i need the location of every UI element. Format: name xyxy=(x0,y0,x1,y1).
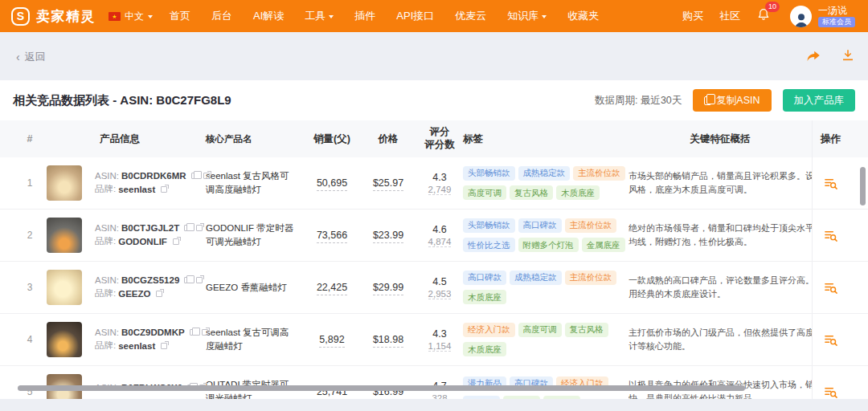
asin-value[interactable]: B0CDRDK6MR xyxy=(121,171,186,181)
notifications-button[interactable]: 10 xyxy=(756,7,771,25)
external-link-icon[interactable] xyxy=(161,343,167,349)
rating-count[interactable]: 2,953 xyxy=(428,289,452,299)
summary-line: 快，是典型的高性价比潜力新品。 xyxy=(628,392,812,399)
header-rating[interactable]: 评分 评分数 xyxy=(416,126,463,151)
sales-value[interactable]: 73,566 xyxy=(317,230,347,243)
price-value[interactable]: $23.99 xyxy=(373,230,403,243)
tag-list: 头部畅销款成熟稳定款主流价位款高度可调复古风格木质底座 xyxy=(463,166,628,200)
asin-line: ASIN:B0CDRDK6MR xyxy=(95,171,206,181)
detail-icon[interactable] xyxy=(824,385,837,399)
nav-item-api[interactable]: API接口 xyxy=(386,0,444,32)
sales-cell: 5,892 xyxy=(304,334,360,345)
top-navbar: S 卖家精灵 ★ 中文 首页 后台 AI解读 工具 插件 API接口 优麦云 知… xyxy=(0,0,868,32)
rating-value: 4.5 xyxy=(416,276,463,287)
detail-icon[interactable] xyxy=(824,177,837,190)
product-image[interactable] xyxy=(47,165,82,201)
external-link-icon[interactable] xyxy=(196,225,203,231)
header-index: # xyxy=(13,133,47,144)
asin-value[interactable]: B0CGZS5129 xyxy=(121,275,179,285)
user-menu[interactable]: 一汤说 标准会员 xyxy=(790,6,855,27)
asin-value[interactable]: B0CTJGJL2T xyxy=(121,223,179,233)
competitor-data-panel: 相关竞品数据列表 - ASIN: B0C27FG8L9 数据周期: 最近30天 … xyxy=(0,80,868,399)
back-button[interactable]: ‹ 返回 xyxy=(16,50,46,64)
copy-icon[interactable] xyxy=(191,173,198,179)
brand-value[interactable]: GEEZO xyxy=(118,289,150,299)
copy-icon[interactable] xyxy=(184,225,190,231)
detail-icon[interactable] xyxy=(824,333,837,347)
rating-count[interactable]: 328 xyxy=(432,393,447,400)
brand-value[interactable]: GODONLIF xyxy=(118,237,167,246)
table-row: 1 ASIN:B0CDRDK6MR 品牌:seenlast seenlast 复… xyxy=(0,157,868,210)
price-value[interactable]: $25.97 xyxy=(373,177,403,191)
rating-count[interactable]: 2,749 xyxy=(428,185,452,195)
brand-value[interactable]: seenlast xyxy=(118,341,155,351)
nav-item-plugin[interactable]: 插件 xyxy=(344,0,386,32)
nav-item-backstage[interactable]: 后台 xyxy=(201,0,243,32)
download-icon[interactable] xyxy=(841,48,855,63)
product-image[interactable] xyxy=(47,218,82,253)
ops-cell xyxy=(812,314,849,365)
sales-cell: 22,425 xyxy=(304,282,360,293)
product-image[interactable] xyxy=(47,270,82,305)
sales-value[interactable]: 22,425 xyxy=(317,282,347,295)
sales-value[interactable]: 50,695 xyxy=(317,177,347,191)
add-to-library-button[interactable]: 加入产品库 xyxy=(783,89,856,112)
nav-item-youmaiyun[interactable]: 优麦云 xyxy=(444,0,497,32)
summary-line: 均线，附赠灯泡，性价比极高。 xyxy=(628,235,812,249)
external-link-icon[interactable] xyxy=(196,277,203,283)
external-link-icon[interactable] xyxy=(203,173,210,179)
china-flag-icon: ★ xyxy=(108,12,121,21)
price-value[interactable]: $18.98 xyxy=(373,334,403,348)
nav-item-knowledge[interactable]: 知识库 xyxy=(497,0,557,32)
sales-value[interactable]: 5,892 xyxy=(319,334,344,348)
brand-logo[interactable]: S 卖家精灵 xyxy=(11,7,96,26)
header-sales[interactable]: 销量(父) xyxy=(304,132,360,146)
brand-value[interactable]: seenlast xyxy=(118,185,155,194)
external-link-icon[interactable] xyxy=(156,291,162,297)
detail-icon[interactable] xyxy=(824,229,837,242)
nav-menu: 首页 后台 AI解读 工具 插件 API接口 优麦云 知识库 收藏夹 xyxy=(159,0,609,32)
product-info-cell: ASIN:B0CZ9DDMKP 品牌:seenlast xyxy=(95,325,206,354)
tags-cell: 高口碑款成熟稳定款主流价位款木质底座 xyxy=(463,271,628,304)
tag: 木质底座 xyxy=(556,185,600,200)
share-icon[interactable] xyxy=(805,48,821,63)
copy-icon[interactable] xyxy=(190,329,196,336)
nav-item-tools[interactable]: 工具 xyxy=(294,0,344,32)
table-body: 1 ASIN:B0CDRDK6MR 品牌:seenlast seenlast 复… xyxy=(0,157,868,399)
horizontal-scrollbar[interactable] xyxy=(18,385,745,391)
tag: 主流价位款 xyxy=(565,218,617,233)
product-image[interactable] xyxy=(47,322,82,357)
copy-asin-button[interactable]: 复制ASIN xyxy=(693,89,771,112)
external-link-icon[interactable] xyxy=(202,329,208,336)
external-link-icon[interactable] xyxy=(173,238,179,245)
detail-icon[interactable] xyxy=(824,281,837,295)
row-index: 3 xyxy=(13,282,47,293)
nav-item-home[interactable]: 首页 xyxy=(159,0,201,32)
header-price[interactable]: 价格 xyxy=(360,132,416,146)
asin-line: ASIN:B0CGZS5129 xyxy=(95,275,206,285)
language-selector[interactable]: ★ 中文 xyxy=(108,10,153,23)
price-value[interactable]: $29.99 xyxy=(373,282,403,295)
tag: 金属底座 xyxy=(582,238,625,252)
copy-icon[interactable] xyxy=(184,277,190,283)
tag: 木质底座 xyxy=(463,342,506,356)
summary-line: 一款成熟的高口碑产品，评论数量多且评分高。价格主 xyxy=(628,274,812,287)
community-link[interactable]: 社区 xyxy=(719,9,740,23)
product-image-cell xyxy=(47,322,95,357)
member-badge: 标准会员 xyxy=(818,17,855,27)
vertical-scrollbar[interactable] xyxy=(860,167,866,206)
chevron-down-icon xyxy=(542,15,547,18)
asin-label: ASIN: xyxy=(95,328,119,337)
ops-cell xyxy=(812,210,849,261)
rating-count[interactable]: 4,874 xyxy=(428,237,452,247)
asin-value[interactable]: B0CZ9DDMKP xyxy=(121,328,185,337)
buy-link[interactable]: 购买 xyxy=(682,9,703,23)
external-link-icon[interactable] xyxy=(161,186,167,193)
username: 一汤说 xyxy=(818,6,847,15)
header-tags: 标签 xyxy=(463,132,628,146)
rating-cell: 4.3 1,154 xyxy=(416,328,463,352)
nav-item-favorites[interactable]: 收藏夹 xyxy=(557,0,609,32)
nav-item-ai[interactable]: AI解读 xyxy=(243,0,294,32)
product-info-cell: ASIN:B0CDRDK6MR 品牌:seenlast xyxy=(95,169,206,197)
rating-count[interactable]: 1,154 xyxy=(428,341,452,352)
